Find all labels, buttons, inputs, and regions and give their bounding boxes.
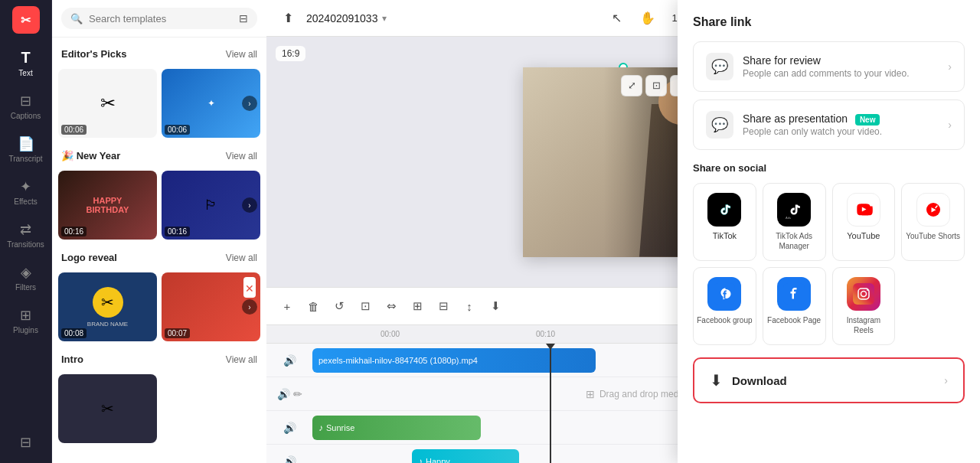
timeline-unlink-button[interactable]: ⊟ — [432, 295, 455, 318]
section-new-year-viewall[interactable]: View all — [226, 151, 257, 161]
social-item-tiktok-ads[interactable]: Ads TikTok Ads Manager — [763, 183, 826, 261]
template-card[interactable]: ✂ — [58, 374, 157, 443]
facebook-group-label: Facebook group — [697, 315, 752, 325]
share-for-review-subtitle: People can add comments to your video. — [743, 68, 909, 79]
search-icon: 🔍 — [70, 13, 83, 24]
aspect-ratio-badge: 16:9 — [276, 46, 305, 61]
social-grid: TikTok Ads TikTok Ads Manager — [693, 183, 965, 345]
search-input[interactable] — [89, 13, 233, 24]
review-icon: 💬 — [706, 53, 733, 80]
volume-icon[interactable]: 🔊 — [283, 354, 296, 367]
timeline-resize-button[interactable]: ↕ — [458, 295, 481, 318]
filter-icon[interactable]: ⊟ — [239, 12, 248, 24]
download-icon: ⬇ — [710, 371, 723, 390]
canvas-crop-button[interactable]: ⊡ — [645, 75, 667, 96]
instagram-icon — [847, 277, 880, 311]
edit-icon[interactable]: ✏ — [293, 388, 302, 400]
hand-tool-button[interactable]: ✋ — [635, 6, 660, 31]
section-intro-header: Intro View all — [58, 349, 260, 370]
template-duration: 00:07 — [165, 328, 190, 338]
template-card[interactable]: 🏳 00:16 › — [162, 171, 260, 240]
sidebar-item-plugins[interactable]: ⊞ Plugins — [3, 301, 49, 341]
template-arrow-icon[interactable]: › — [242, 96, 257, 111]
template-arrow-icon[interactable]: › — [242, 197, 257, 213]
share-for-review-title: Share for review — [743, 54, 909, 67]
svg-point-11 — [867, 289, 868, 291]
download-arrow-icon: › — [944, 374, 948, 386]
sidebar-label-plugins: Plugins — [13, 326, 38, 334]
transitions-icon: ⇄ — [20, 221, 31, 238]
canvas-expand-button[interactable]: ⤢ — [621, 75, 642, 96]
template-duration: 00:06 — [61, 125, 87, 135]
section-logo-reveal-viewall[interactable]: View all — [226, 253, 257, 263]
tiktok-label: TikTok — [713, 231, 737, 240]
timeline-loop-button[interactable]: ↺ — [328, 295, 351, 318]
share-for-review-arrow-icon: › — [948, 60, 952, 73]
track-controls-audio1: 🔊 — [266, 422, 312, 434]
section-editors-picks-viewall[interactable]: View all — [226, 49, 257, 60]
sidebar-item-misc[interactable]: ⊟ — [3, 428, 49, 457]
sidebar-item-filters[interactable]: ◈ Filters — [3, 258, 49, 298]
social-item-facebook-page[interactable]: Facebook Page — [763, 267, 826, 345]
social-item-youtube-shorts[interactable]: YouTube Shorts — [901, 183, 965, 261]
project-name-text: 202402091033 — [306, 12, 377, 24]
tiktok-icon — [707, 193, 741, 227]
volume-icon[interactable]: 🔊 — [277, 388, 290, 400]
social-item-facebook-group[interactable]: Facebook group — [693, 267, 756, 345]
filters-icon: ◈ — [21, 264, 31, 281]
template-card[interactable]: ✂ BRAND NAME 00:08 — [58, 272, 157, 341]
section-intro-viewall[interactable]: View all — [226, 354, 257, 365]
youtube-label: YouTube — [847, 231, 880, 240]
search-wrap[interactable]: 🔍 ⊟ — [61, 8, 257, 29]
youtube-shorts-label: YouTube Shorts — [906, 231, 960, 241]
template-card[interactable]: ✂ 00:06 — [58, 69, 157, 138]
timeline-delete-button[interactable]: 🗑 — [302, 295, 325, 318]
template-duration: 00:16 — [61, 227, 87, 236]
volume-icon[interactable]: 🔊 — [283, 455, 296, 464]
share-for-review-text: Share for review People can add comments… — [743, 54, 909, 79]
audio-clip-happy[interactable]: ♪ Happy — [412, 449, 519, 463]
template-card[interactable]: ✦ 00:06 › — [162, 69, 260, 138]
project-name-chevron-icon: ▾ — [382, 13, 387, 24]
timeline-add-button[interactable]: + — [276, 295, 299, 318]
section-intro-title: Intro — [61, 354, 83, 365]
template-duration: 00:08 — [61, 328, 87, 338]
timeline-flip-button[interactable]: ⇔ — [380, 295, 403, 318]
timeline-split-button[interactable]: ⊞ — [406, 295, 429, 318]
share-for-review-option[interactable]: 💬 Share for review People can add commen… — [693, 41, 965, 92]
section-editors-picks-header: Editor's Picks View all — [58, 44, 260, 64]
app-logo[interactable]: ✂ — [12, 6, 40, 34]
video-clip[interactable]: pexels-mikhail-nilov-8847405 (1080p).mp4 — [312, 348, 596, 373]
audio-clip-sunrise[interactable]: ♪ Sunrise — [312, 416, 481, 440]
download-button[interactable]: ⬇ Download › — [693, 357, 965, 403]
share-as-presentation-option[interactable]: 💬 Share as presentation New People can o… — [693, 99, 965, 150]
youtube-shorts-icon — [916, 193, 950, 227]
sidebar-item-captions[interactable]: ⊟ Captions — [3, 86, 49, 126]
section-logo-reveal-header: Logo reveal View all — [58, 247, 260, 268]
upload-button[interactable]: ⬆ — [276, 6, 300, 31]
select-tool-button[interactable]: ↖ — [605, 6, 629, 31]
sidebar-item-transcript[interactable]: 📄 Transcript — [3, 129, 49, 169]
effects-icon: ✦ — [20, 178, 31, 195]
sidebar: ✂ T Text ⊟ Captions 📄 Transcript ✦ Effec… — [0, 0, 52, 463]
sidebar-label-text: Text — [18, 69, 32, 77]
text-icon: T — [21, 49, 30, 67]
transcript-icon: 📄 — [18, 135, 34, 152]
sidebar-item-text[interactable]: T Text — [3, 43, 49, 83]
project-name[interactable]: 202402091033 ▾ — [306, 12, 387, 24]
sidebar-item-effects[interactable]: ✦ Effects — [3, 172, 49, 212]
social-item-instagram-reels[interactable]: Instagram Reels — [832, 267, 896, 345]
social-item-youtube[interactable]: YouTube — [832, 183, 896, 261]
volume-icon[interactable]: 🔊 — [283, 422, 296, 434]
sidebar-label-transitions: Transitions — [7, 240, 44, 249]
sidebar-item-transitions[interactable]: ⇄ Transitions — [3, 215, 49, 255]
template-arrow-icon[interactable]: › — [242, 299, 257, 315]
timeline-crop-button[interactable]: ⊡ — [354, 295, 377, 318]
template-card[interactable]: ✕ 00:07 › — [162, 272, 260, 341]
template-card[interactable]: HAPPYBIRTHDAY 00:16 — [58, 171, 157, 240]
share-as-presentation-arrow-icon: › — [948, 119, 952, 131]
timeline-download-button[interactable]: ⬇ — [484, 295, 507, 318]
social-item-tiktok[interactable]: TikTok — [693, 183, 756, 261]
section-logo-reveal-title: Logo reveal — [61, 252, 117, 263]
template-duration: 00:16 — [165, 227, 190, 236]
